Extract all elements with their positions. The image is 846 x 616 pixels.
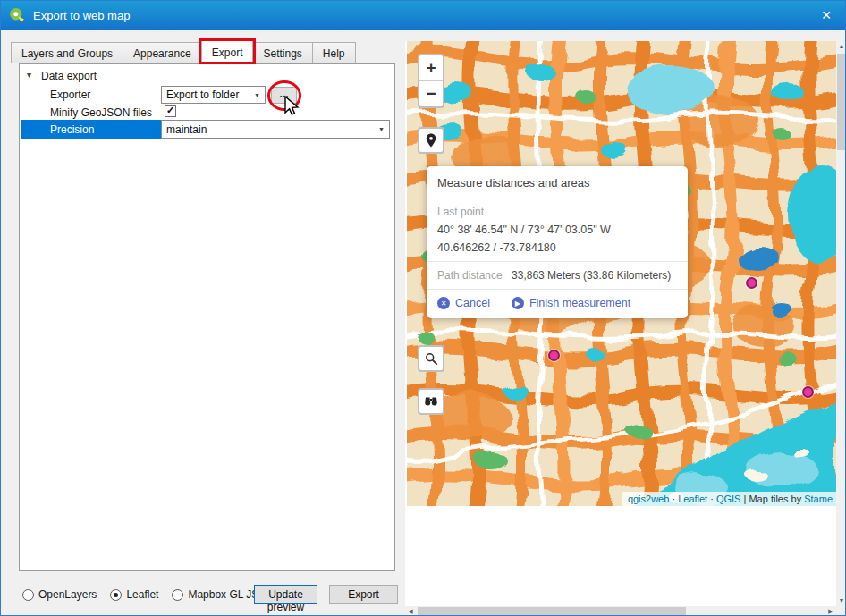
tab-help[interactable]: Help: [312, 42, 356, 63]
minify-geojson-checkbox[interactable]: [165, 105, 176, 117]
divider: [427, 289, 688, 290]
binoculars-icon: [423, 393, 439, 409]
finish-icon: ▶: [512, 297, 524, 309]
vertical-scrollbar[interactable]: ▲ ▼: [836, 41, 846, 606]
scroll-left-icon[interactable]: ◀: [405, 606, 416, 616]
mouse-cursor: [281, 95, 302, 118]
divider: [427, 261, 688, 262]
scrollbar-corner: [836, 606, 846, 616]
exporter-dropdown-value: Export to folder: [166, 89, 239, 101]
vertical-scrollbar-thumb[interactable]: [837, 54, 846, 150]
attribution-separator: ·: [669, 494, 678, 504]
openlayers-radio-label: OpenLayers: [38, 588, 97, 601]
data-export-group-label[interactable]: Data export: [41, 70, 97, 82]
tab-export-label: Export: [212, 46, 243, 59]
preview-area: + −: [405, 41, 836, 606]
cancel-icon: ✕: [437, 297, 450, 309]
window-title: Export to web map: [33, 9, 130, 22]
path-distance-label: Path distance: [437, 269, 503, 282]
search-icon: [424, 351, 439, 367]
radio-group-mapbox[interactable]: Mapbox GL JS: [172, 588, 258, 601]
measure-popup-title: Measure distances and areas: [437, 176, 677, 190]
mapbox-radio-label: Mapbox GL JS: [188, 588, 258, 601]
finish-measurement-label: Finish measurement: [529, 297, 630, 309]
map-pin-icon: [423, 132, 439, 148]
openlayers-radio[interactable]: [22, 589, 34, 601]
chevron-down-icon: ▼: [249, 92, 260, 98]
zoom-control: + −: [418, 54, 444, 108]
minify-geojson-label[interactable]: Minify GeoJSON files: [50, 106, 152, 119]
exporter-dropdown[interactable]: Export to folder ▼: [161, 86, 266, 104]
cancel-measure-label: Cancel: [455, 297, 490, 309]
map-marker[interactable]: [802, 386, 814, 398]
locate-button[interactable]: [418, 388, 444, 415]
attribution-separator: ·: [707, 494, 716, 504]
precision-dropdown[interactable]: maintain ▼: [161, 120, 390, 139]
scroll-right-icon[interactable]: ▶: [825, 606, 836, 616]
leaflet-radio-label: Leaflet: [126, 588, 158, 601]
map-marker[interactable]: [548, 350, 560, 361]
coords-dms: 40° 38' 46.54" N / 73° 47' 03.05" W: [437, 224, 677, 236]
chevron-down-icon: ▼: [373, 126, 385, 132]
map-attribution: qgis2web · Leaflet · QGIS | Map tiles by…: [622, 492, 836, 506]
measure-marker-button[interactable]: [418, 127, 444, 154]
leaflet-radio[interactable]: [110, 589, 122, 601]
map-marker[interactable]: [746, 277, 757, 289]
tree-expand-icon[interactable]: ▾: [27, 70, 31, 80]
update-preview-button[interactable]: Update preview: [254, 585, 317, 604]
zoom-out-button[interactable]: −: [419, 81, 443, 106]
finish-measurement-link[interactable]: ▶ Finish measurement: [512, 297, 630, 309]
tab-bar: Layers and Groups Appearance Export Sett…: [12, 40, 356, 63]
export-settings-panel: ▾ Data export Exporter Export to folder …: [19, 63, 395, 571]
path-distance-value: 33,863 Meters (33.86 Kilometers): [512, 269, 671, 282]
attribution-qgis-link[interactable]: QGIS: [716, 494, 741, 504]
cancel-measure-link[interactable]: ✕ Cancel: [437, 297, 490, 309]
scroll-down-icon[interactable]: ▼: [836, 595, 846, 606]
horizontal-scrollbar[interactable]: ◀ ▶: [405, 606, 836, 616]
attribution-qgis2web-link[interactable]: qgis2web: [628, 494, 669, 504]
measure-popup: Measure distances and areas Last point 4…: [427, 166, 688, 318]
qgis-icon: [8, 6, 26, 24]
coords-decimal: 40.646262 / -73.784180: [437, 241, 677, 254]
tab-layers-and-groups[interactable]: Layers and Groups: [11, 42, 123, 63]
search-button[interactable]: [418, 345, 444, 372]
radio-group-leaflet[interactable]: Leaflet: [110, 588, 158, 601]
attribution-leaflet-link[interactable]: Leaflet: [678, 494, 707, 504]
export-button[interactable]: Export: [329, 585, 398, 604]
scroll-up-icon[interactable]: ▲: [836, 41, 846, 52]
exporter-label[interactable]: Exporter: [50, 89, 90, 101]
map-preview[interactable]: + −: [407, 41, 836, 506]
horizontal-scrollbar-thumb[interactable]: [418, 607, 686, 616]
attribution-tiles-text: Map tiles by: [749, 494, 804, 504]
precision-label[interactable]: Precision: [50, 123, 94, 136]
path-distance-row: Path distance 33,863 Meters (33.86 Kilom…: [437, 269, 677, 282]
export-to-web-map-dialog: Export to web map ✕ Layers and Groups Ap…: [0, 0, 846, 616]
mapbox-radio[interactable]: [172, 589, 183, 601]
footer-controls: OpenLayers Leaflet Mapbox GL JS: [22, 584, 272, 605]
precision-dropdown-value: maintain: [166, 123, 207, 136]
tab-export[interactable]: Export: [201, 40, 254, 63]
divider: [427, 198, 688, 198]
zoom-in-button[interactable]: +: [419, 55, 443, 80]
tab-appearance[interactable]: Appearance: [123, 42, 202, 63]
last-point-label: Last point: [437, 206, 677, 218]
titlebar[interactable]: Export to web map ✕: [1, 1, 846, 30]
radio-group-openlayers[interactable]: OpenLayers: [22, 588, 97, 601]
measure-popup-actions: ✕ Cancel ▶ Finish measurement: [437, 297, 677, 309]
attribution-stamen-link[interactable]: Stame: [804, 494, 833, 504]
close-button[interactable]: ✕: [806, 1, 846, 30]
tab-settings[interactable]: Settings: [252, 42, 312, 63]
